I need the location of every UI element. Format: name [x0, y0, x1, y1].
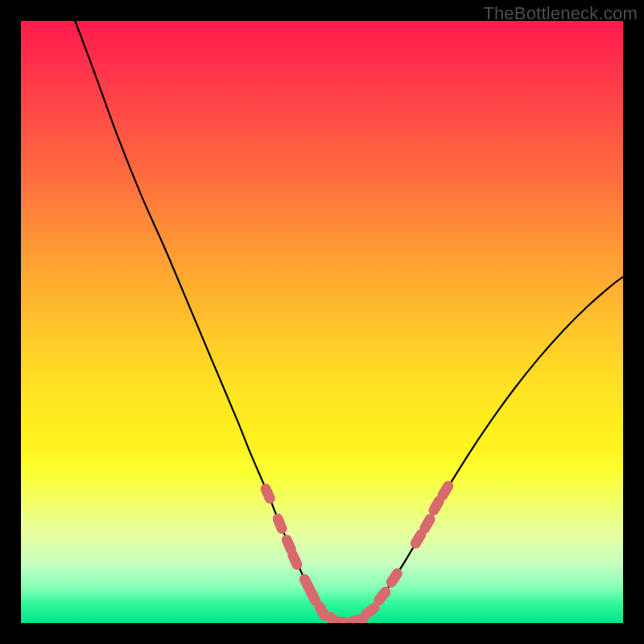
curve-path	[75, 21, 623, 623]
marker-group	[259, 479, 456, 623]
plot-area	[21, 21, 623, 623]
marker-pill	[259, 482, 277, 506]
chart-svg	[21, 21, 623, 623]
marker-pill	[384, 566, 404, 589]
curve-line	[75, 21, 623, 623]
marker-pill	[271, 512, 289, 535]
watermark-text: TheBottleneck.com	[483, 3, 638, 24]
chart-frame: TheBottleneck.com	[0, 0, 644, 644]
